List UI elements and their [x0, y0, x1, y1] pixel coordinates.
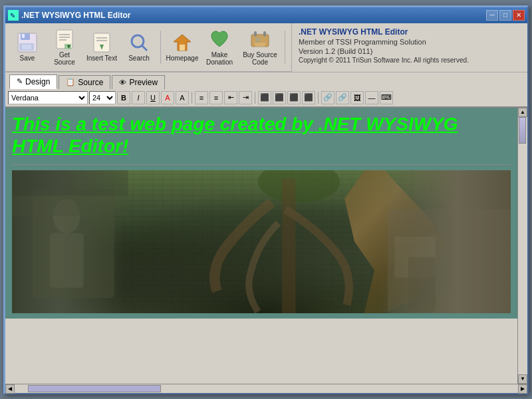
info-panel: .NET WYSIWYG HTML Editor Member of TSSI … [291, 23, 491, 72]
ul-button[interactable]: ≡ [209, 91, 223, 104]
h-scrollbar-track[interactable] [15, 384, 518, 393]
source-btn[interactable]: ⌨ [380, 91, 393, 104]
source-icon: 📋 [66, 78, 75, 86]
fmt-sep-3 [318, 92, 319, 104]
buy-source-code-label: Buy Source Code [241, 51, 279, 66]
info-line-1: Member of TSSI Programming Solution [299, 38, 484, 46]
svg-text:🛒: 🛒 [255, 37, 261, 43]
info-line-2: Version 1.2 (Build 011) [299, 47, 484, 55]
temple-image [12, 170, 511, 313]
make-donation-label: Make Donation [203, 51, 235, 66]
svg-point-30 [258, 170, 340, 202]
close-button[interactable]: ✕ [513, 10, 525, 21]
fmt-sep-1 [192, 92, 192, 104]
align-right-button[interactable]: ⬛ [287, 91, 301, 104]
font-select[interactable]: Verdana [8, 91, 88, 104]
get-source-button[interactable]: ▼ Get Source [47, 26, 82, 68]
maximize-button[interactable]: □ [499, 10, 511, 21]
editor-inner: This is a test web page created by .NET … [5, 108, 517, 384]
insert-text-icon [91, 32, 112, 53]
buy-source-code-icon: 🛒 [249, 29, 271, 50]
divider-line [12, 164, 511, 165]
title-bar-left: ✎ .NET WYSIWYG HTML Editor [8, 10, 130, 21]
title-bar: ✎ .NET WYSIWYG HTML Editor ─ □ ✕ [5, 7, 527, 23]
minimize-button[interactable]: ─ [486, 10, 498, 21]
make-donation-icon [209, 29, 230, 50]
editor-wrapper: This is a test web page created by .NET … [5, 108, 527, 384]
get-source-icon: ▼ [54, 29, 75, 50]
save-button[interactable]: Save [9, 29, 45, 65]
highlight-button[interactable]: A [176, 91, 189, 104]
editor-content[interactable]: This is a test web page created by .NET … [5, 108, 517, 319]
toolbar: Save ▼ Get Source [5, 23, 291, 72]
top-section: Save ▼ Get Source [5, 23, 527, 72]
buy-source-code-button[interactable]: 🛒 Buy Source Code [239, 26, 281, 68]
format-toolbar: Verdana 24 B I U A A ≡ ≡ ⇤ ⇥ ⬛ ⬛ ⬛ ⬛ 🔗 🔗… [5, 89, 527, 108]
fmt-sep-2 [255, 92, 255, 104]
justify-button[interactable]: ⬛ [302, 91, 315, 104]
italic-button[interactable]: I [132, 91, 145, 104]
insert-text-label: Insert Text [86, 55, 117, 62]
svg-rect-27 [50, 233, 84, 287]
svg-text:▼: ▼ [66, 43, 72, 49]
bold-button[interactable]: B [117, 91, 130, 104]
main-window: ✎ .NET WYSIWYG HTML Editor ─ □ ✕ [3, 5, 529, 394]
svg-rect-6 [22, 45, 31, 49]
info-line-3: Copyright © 2011 TriSun Software Inc. Al… [299, 57, 484, 64]
toolbar-separator-1 [160, 31, 161, 64]
search-label: Search [128, 55, 150, 62]
horizontal-scrollbar[interactable]: ◀ ▶ [5, 384, 527, 393]
make-donation-button[interactable]: Make Donation [201, 26, 237, 68]
window-title: .NET WYSIWYG HTML Editor [21, 11, 130, 20]
scrollbar-track[interactable] [518, 117, 527, 374]
svg-rect-23 [263, 31, 266, 37]
unlink-button[interactable]: 🔗 [336, 91, 349, 104]
save-icon [17, 32, 38, 53]
homepage-icon [172, 32, 193, 53]
toolbar-separator-2 [285, 31, 285, 64]
svg-line-18 [142, 45, 147, 51]
insert-text-button[interactable]: Insert Text [84, 29, 120, 65]
rule-button[interactable]: — [365, 91, 378, 104]
align-left-button[interactable]: ⬛ [258, 91, 271, 104]
size-select[interactable]: 24 [89, 91, 116, 104]
tab-design-label: Design [25, 77, 50, 86]
scroll-right-button[interactable]: ▶ [518, 384, 527, 394]
svg-rect-29 [12, 196, 128, 216]
tab-preview[interactable]: 👁 Preview [112, 75, 165, 89]
underline-button[interactable]: U [146, 91, 160, 104]
h-scrollbar-thumb[interactable] [28, 385, 161, 392]
homepage-label: Homepage [166, 55, 199, 62]
svg-rect-22 [254, 31, 257, 37]
homepage-button[interactable]: Homepage [164, 29, 200, 65]
svg-rect-4 [22, 34, 25, 38]
tab-source[interactable]: 📋 Source [59, 75, 110, 89]
scroll-down-button[interactable]: ▼ [518, 374, 527, 384]
link-button[interactable]: 🔗 [321, 91, 334, 104]
preview-icon: 👁 [119, 78, 126, 86]
design-icon: ✎ [17, 77, 23, 86]
svg-rect-34 [408, 257, 436, 311]
tab-source-label: Source [78, 78, 103, 87]
window-controls: ─ □ ✕ [486, 10, 525, 21]
indent-button[interactable]: ⇥ [239, 91, 252, 104]
vertical-scrollbar[interactable]: ▲ ▼ [517, 108, 527, 384]
svg-text:✎: ✎ [10, 12, 15, 19]
image-button[interactable]: 🖼 [350, 91, 364, 104]
scrollbar-thumb[interactable] [519, 117, 526, 144]
scroll-up-button[interactable]: ▲ [518, 108, 527, 117]
save-label: Save [20, 55, 35, 62]
align-center-button[interactable]: ⬛ [273, 91, 286, 104]
info-title: .NET WYSIWYG HTML Editor [299, 27, 484, 37]
svg-rect-20 [180, 45, 185, 51]
font-color-button[interactable]: A [161, 91, 174, 104]
search-button[interactable]: Search [121, 29, 157, 65]
scroll-left-button[interactable]: ◀ [5, 384, 15, 394]
tab-bar: ✎ Design 📋 Source 👁 Preview [5, 72, 527, 89]
ol-button[interactable]: ≡ [195, 91, 208, 104]
app-icon: ✎ [8, 10, 19, 21]
get-source-label: Get Source [49, 51, 80, 66]
search-icon [128, 32, 150, 53]
outdent-button[interactable]: ⇤ [224, 91, 237, 104]
tab-design[interactable]: ✎ Design [9, 74, 57, 89]
